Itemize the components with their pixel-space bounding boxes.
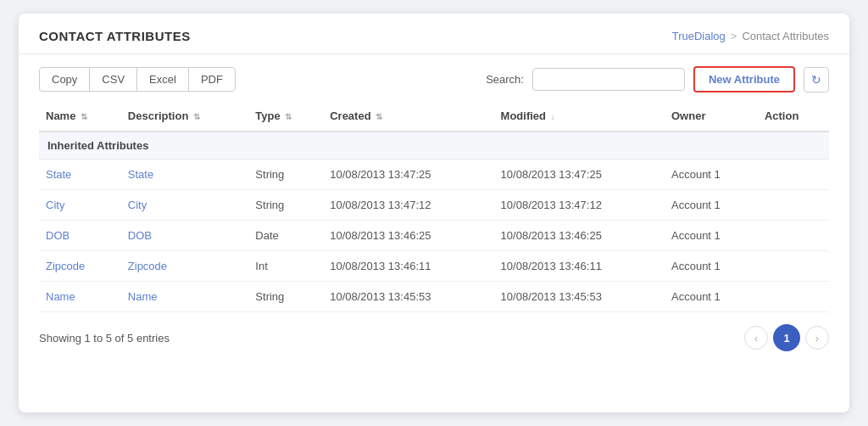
refresh-button[interactable]: ↻ [804, 67, 829, 92]
table-row: City City String 10/08/2013 13:47:12 10/… [39, 190, 829, 221]
pdf-button[interactable]: PDF [188, 67, 236, 92]
cell-modified: 10/08/2013 13:46:11 [494, 251, 665, 282]
col-name[interactable]: Name ⇅ [39, 101, 121, 132]
cell-description: Zipcode [121, 251, 249, 282]
cell-type: Date [248, 221, 323, 251]
cell-created: 10/08/2013 13:46:25 [323, 221, 493, 251]
main-window: CONTACT ATTRIBUTES TrueDialog > Contact … [19, 14, 849, 412]
cell-action [758, 221, 829, 251]
table-header-row: Name ⇅ Description ⇅ Type ⇅ Created ⇅ Mo… [39, 101, 829, 132]
cell-description: City [121, 190, 249, 221]
col-type[interactable]: Type ⇅ [248, 101, 323, 132]
cell-name: DOB [39, 221, 121, 251]
cell-created: 10/08/2013 13:47:25 [323, 160, 493, 190]
cell-modified: 10/08/2013 13:45:53 [494, 282, 665, 312]
cell-type: String [248, 282, 323, 312]
breadcrumb-parent[interactable]: TrueDialog [672, 30, 726, 42]
col-created[interactable]: Created ⇅ [323, 101, 493, 132]
table-container: Name ⇅ Description ⇅ Type ⇅ Created ⇅ Mo… [19, 101, 849, 312]
sort-icon-name: ⇅ [81, 112, 87, 121]
cell-owner: Account 1 [665, 160, 758, 190]
page-title: CONTACT ATTRIBUTES [39, 29, 191, 43]
group-header-label: Inherited Attributes [39, 132, 829, 160]
cell-action [758, 190, 829, 221]
cell-name: Name [39, 282, 121, 312]
breadcrumb: TrueDialog > Contact Attributes [672, 30, 829, 42]
cell-owner: Account 1 [665, 282, 758, 312]
cell-modified: 10/08/2013 13:47:12 [494, 190, 665, 221]
cell-name: State [39, 160, 121, 190]
export-buttons: Copy CSV Excel PDF [39, 67, 235, 92]
sort-icon-created: ⇅ [376, 112, 382, 121]
cell-type: String [248, 190, 323, 221]
sort-icon-modified: ↓ [551, 112, 555, 121]
cell-description: State [121, 160, 249, 190]
sort-icon-type: ⇅ [285, 112, 292, 121]
table-row: Name Name String 10/08/2013 13:45:53 10/… [39, 282, 829, 312]
cell-name: Zipcode [39, 251, 121, 282]
new-attribute-button[interactable]: New Attribute [693, 66, 795, 92]
col-owner: Owner [665, 101, 758, 132]
search-label: Search: [486, 73, 524, 86]
current-page[interactable]: 1 [773, 324, 800, 351]
cell-modified: 10/08/2013 13:46:25 [494, 221, 665, 251]
search-input[interactable] [532, 68, 685, 91]
cell-created: 10/08/2013 13:47:12 [323, 190, 493, 221]
cell-owner: Account 1 [665, 190, 758, 221]
attributes-table: Name ⇅ Description ⇅ Type ⇅ Created ⇅ Mo… [39, 101, 829, 312]
table-row: Zipcode Zipcode Int 10/08/2013 13:46:11 … [39, 251, 829, 282]
table-row: DOB DOB Date 10/08/2013 13:46:25 10/08/2… [39, 221, 829, 251]
col-modified[interactable]: Modified ↓ [494, 101, 665, 132]
toolbar: Copy CSV Excel PDF Search: New Attribute… [19, 54, 849, 101]
cell-type: String [248, 160, 323, 190]
cell-description: Name [121, 282, 249, 312]
cell-type: Int [248, 251, 323, 282]
cell-created: 10/08/2013 13:46:11 [323, 251, 493, 282]
col-action: Action [758, 101, 829, 132]
refresh-icon: ↻ [811, 73, 821, 87]
showing-text: Showing 1 to 5 of 5 entries [39, 332, 170, 345]
excel-button[interactable]: Excel [136, 67, 189, 92]
page-header: CONTACT ATTRIBUTES TrueDialog > Contact … [19, 14, 849, 54]
group-header-row: Inherited Attributes [39, 132, 829, 160]
cell-action [758, 251, 829, 282]
breadcrumb-separator: > [731, 30, 737, 42]
table-row: State State String 10/08/2013 13:47:25 1… [39, 160, 829, 190]
table-footer: Showing 1 to 5 of 5 entries ‹ 1 › [19, 312, 849, 351]
next-page-button[interactable]: › [805, 326, 829, 350]
prev-page-button[interactable]: ‹ [744, 326, 768, 350]
cell-modified: 10/08/2013 13:47:25 [494, 160, 665, 190]
search-area: Search: New Attribute ↻ [486, 66, 829, 92]
cell-created: 10/08/2013 13:45:53 [323, 282, 493, 312]
cell-owner: Account 1 [665, 251, 758, 282]
pagination: ‹ 1 › [744, 324, 829, 351]
prev-arrow-icon: ‹ [754, 332, 758, 345]
cell-owner: Account 1 [665, 221, 758, 251]
cell-action [758, 160, 829, 190]
sort-icon-description: ⇅ [193, 112, 200, 121]
csv-button[interactable]: CSV [89, 67, 137, 92]
table-body: Inherited Attributes State State String … [39, 132, 829, 312]
next-arrow-icon: › [815, 332, 819, 345]
cell-description: DOB [121, 221, 249, 251]
copy-button[interactable]: Copy [39, 67, 90, 92]
cell-name: City [39, 190, 121, 221]
cell-action [758, 282, 829, 312]
breadcrumb-current: Contact Attributes [742, 30, 829, 42]
col-description[interactable]: Description ⇅ [121, 101, 249, 132]
